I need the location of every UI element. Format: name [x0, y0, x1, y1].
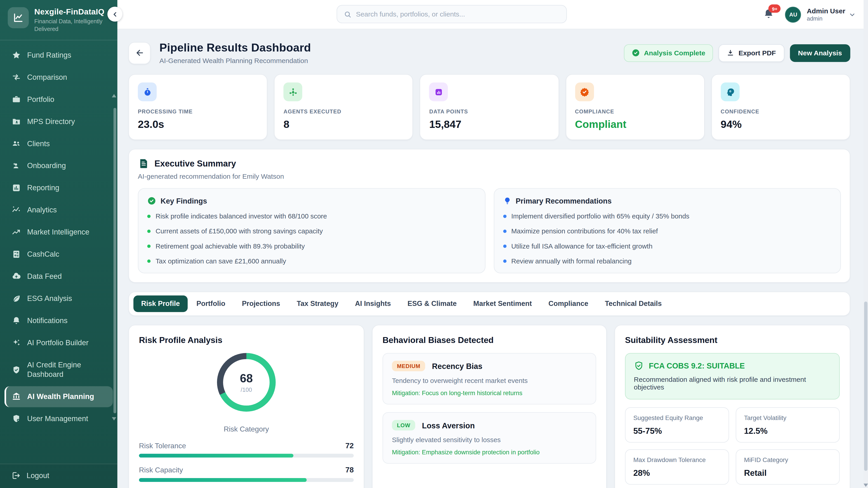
- sidebar-item-ai-credit-engine-dashboard[interactable]: AI Credit Engine Dashboard: [4, 355, 113, 385]
- sidebar-scroll-up-icon[interactable]: [112, 94, 116, 97]
- stat-value: 94%: [721, 119, 841, 131]
- key-finding-item: Retirement goal achievable with 89.3% pr…: [147, 242, 475, 250]
- bias-card-loss-aversion: LOW Loss Aversion Slightly elevated sens…: [382, 412, 596, 464]
- sidebar-item-clients[interactable]: Clients: [4, 133, 113, 154]
- analysis-complete-badge: Analysis Complete: [624, 44, 713, 62]
- leaf-icon: [11, 294, 21, 304]
- sidebar-item-user-management[interactable]: User Management: [4, 408, 113, 429]
- user-menu[interactable]: AU Admin User admin: [785, 6, 856, 22]
- tab-projections[interactable]: Projections: [234, 295, 288, 312]
- landmark-icon: [11, 392, 21, 401]
- sidebar-item-cashcalc[interactable]: CashCalc: [4, 244, 113, 265]
- trending-up-icon: [11, 227, 21, 237]
- app-window: Nexgile-FinDataIQ Financial Data, Intell…: [0, 0, 868, 488]
- shield-check-icon: [634, 361, 644, 371]
- bias-mitigation: Mitigation: Focus on long-term historica…: [392, 390, 587, 396]
- stat-card-processing-time: PROCESSING TIME 23.0s: [128, 74, 268, 140]
- folder-user-icon: [11, 117, 21, 127]
- tab-risk-profile[interactable]: Risk Profile: [133, 295, 188, 312]
- tab-portfolio[interactable]: Portfolio: [189, 295, 233, 312]
- sparkles-icon: [11, 338, 21, 348]
- sidebar-item-fund-ratings[interactable]: Fund Ratings: [4, 45, 113, 66]
- search-placeholder: Search funds, portfolios, or clients...: [356, 10, 465, 18]
- sidebar-item-reporting[interactable]: Reporting: [4, 177, 113, 199]
- severity-badge: LOW: [392, 420, 415, 431]
- sidebar-item-notifications[interactable]: Notifications: [4, 310, 113, 331]
- panel-title: Suitability Assessment: [625, 335, 840, 345]
- stat-value: 15,847: [429, 119, 550, 131]
- suitability-cell-target-volatility: Target Volatility 12.5%: [736, 407, 840, 443]
- metric-risk-capacity: Risk Capacity 78: [139, 466, 354, 482]
- sidebar: Nexgile-FinDataIQ Financial Data, Intell…: [0, 0, 117, 488]
- badge-check-icon: [575, 83, 594, 101]
- bullet-dot: [147, 245, 151, 248]
- user-role: admin: [807, 15, 845, 22]
- tab-esg-climate[interactable]: ESG & Climate: [400, 295, 465, 312]
- sidebar-item-onboarding[interactable]: Onboarding: [4, 156, 113, 176]
- sidebar-item-mps-directory[interactable]: MPS Directory: [4, 111, 113, 132]
- download-icon: [727, 49, 734, 57]
- sidebar-item-ai-portfolio-builder[interactable]: AI Portfolio Builder: [4, 332, 113, 353]
- search-input[interactable]: Search funds, portfolios, or clients...: [337, 5, 567, 23]
- chart-line-icon: [13, 12, 24, 23]
- suitability-cell-equity-range: Suggested Equity Range 55-75%: [625, 407, 729, 443]
- bias-card-recency: MEDIUM Recency Bias Tendency to overweig…: [382, 353, 596, 404]
- bias-mitigation: Mitigation: Emphasize downside protectio…: [392, 449, 587, 455]
- key-finding-item: Tax optimization can save £21,600 annual…: [147, 257, 475, 265]
- cloud-upload-icon: [11, 271, 21, 282]
- sidebar-item-ai-wealth-planning[interactable]: AI Wealth Planning: [4, 386, 113, 407]
- sidebar-collapse-button[interactable]: [107, 6, 122, 22]
- stat-card-compliance: COMPLIANCE Compliant: [565, 74, 705, 140]
- tab-compliance[interactable]: Compliance: [541, 295, 596, 312]
- key-finding-item: Current assets of £150,000 with strong s…: [147, 228, 475, 235]
- sidebar-scroll-down-icon[interactable]: [112, 417, 116, 421]
- stat-card-data-points: DATA POINTS 15,847: [420, 74, 559, 140]
- tab-technical-details[interactable]: Technical Details: [597, 295, 670, 312]
- notifications-button[interactable]: 9+: [763, 8, 775, 21]
- sidebar-scrollbar[interactable]: [114, 108, 116, 414]
- bullet-dot: [503, 230, 506, 233]
- tab-tax-strategy[interactable]: Tax Strategy: [289, 295, 346, 312]
- tab-market-sentiment[interactable]: Market Sentiment: [466, 295, 540, 312]
- sidebar-item-data-feed[interactable]: Data Feed: [4, 266, 113, 287]
- new-analysis-button[interactable]: New Analysis: [790, 44, 850, 62]
- scrollbar-thumb[interactable]: [864, 302, 868, 471]
- severity-badge: MEDIUM: [392, 361, 426, 371]
- sidebar-item-portfolio[interactable]: Portfolio: [4, 89, 113, 110]
- executive-summary-title: Executive Summary: [154, 159, 236, 168]
- sidebar-item-esg-analysis[interactable]: ESG Analysis: [4, 288, 113, 309]
- chevron-down-icon: [848, 11, 856, 18]
- panel-title: Risk Profile Analysis: [139, 335, 354, 345]
- lightbulb-icon: [503, 196, 511, 205]
- arrow-left-icon: [135, 48, 144, 58]
- stat-card-confidence: CONFIDENCE 94%: [711, 74, 850, 140]
- sidebar-item-analytics[interactable]: Analytics: [4, 200, 113, 221]
- panel-title: Behavioral Biases Detected: [382, 335, 596, 345]
- risk-score-gauge: 68 /100: [217, 353, 276, 412]
- bell-icon: [11, 316, 21, 326]
- shield-check-icon: [11, 365, 21, 375]
- page-header: Pipeline Results Dashboard AI-Generated …: [128, 41, 850, 65]
- sidebar-item-market-intelligence[interactable]: Market Intelligence: [4, 222, 113, 243]
- scroll-down-icon[interactable]: [864, 484, 868, 487]
- window-scrollbar[interactable]: [864, 0, 868, 488]
- brand-name: Nexgile-FinDataIQ: [34, 7, 105, 16]
- stat-value: Compliant: [575, 119, 695, 131]
- network-nodes-icon: [283, 83, 302, 101]
- tab-ai-insights[interactable]: AI Insights: [347, 295, 399, 312]
- sidebar-item-comparison[interactable]: Comparison: [4, 67, 113, 88]
- page-subtitle: AI-Generated Wealth Planning Recommendat…: [159, 57, 311, 65]
- recommendation-item: Review annually with formal rebalancing: [503, 257, 831, 265]
- back-button[interactable]: [128, 42, 151, 64]
- bias-description: Tendency to overweight recent market eve…: [392, 377, 587, 385]
- sidebar-nav: Fund Ratings Comparison Portfolio MPS Di…: [0, 40, 117, 429]
- bullet-dot: [503, 260, 506, 263]
- user-plus-icon: [11, 161, 21, 171]
- export-pdf-button[interactable]: Export PDF: [719, 44, 784, 62]
- logout-button[interactable]: Logout: [0, 464, 117, 488]
- bullet-dot: [147, 230, 151, 233]
- executive-summary-subtitle: AI-generated recommendation for Emily Wa…: [138, 173, 841, 180]
- key-finding-item: Risk profile indicates balanced investor…: [147, 213, 475, 220]
- head-gear-icon: [721, 83, 739, 101]
- recommendation-item: Implement diversified portfolio with 65%…: [503, 213, 831, 220]
